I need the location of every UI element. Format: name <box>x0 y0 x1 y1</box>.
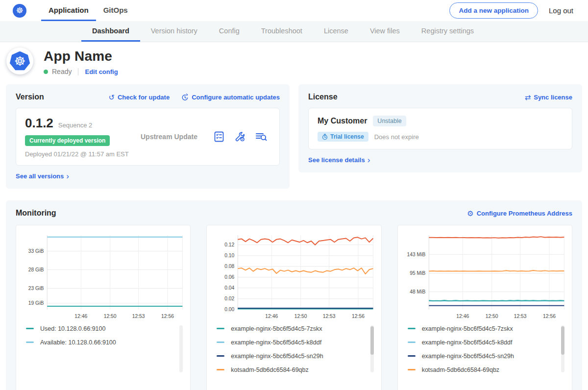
legend-scrollbar-track <box>179 325 183 372</box>
chevron-right-icon: › <box>368 156 370 164</box>
tab-view-files[interactable]: View files <box>359 21 411 42</box>
legend-swatch-icon <box>26 328 34 329</box>
app-brand[interactable]: ☸ <box>13 0 26 21</box>
license-card-title: License <box>308 93 338 101</box>
svg-text:0.06: 0.06 <box>225 274 235 280</box>
topnav-tab-application[interactable]: Application <box>41 0 96 21</box>
svg-text:12:56: 12:56 <box>543 314 556 319</box>
disk-usage-legend: Used: 10.128.0.66:9100Available: 10.128.… <box>26 325 184 383</box>
version-source-label: Upstream Update <box>138 133 213 141</box>
version-number: 0.1.2 <box>25 116 53 131</box>
logout-button[interactable]: Log out <box>549 6 573 15</box>
legend-item: Available: 10.128.0.66:9100 <box>26 339 174 346</box>
tab-troubleshoot[interactable]: Troubleshoot <box>250 21 313 42</box>
memory-usage-card: 143 MiB95 MiB48 MiB12:4612:5012:5312:56 … <box>397 225 572 390</box>
svg-text:143 MiB: 143 MiB <box>407 252 425 257</box>
legend-item: kotsadm-5db6dc6584-69qbz <box>408 366 556 373</box>
kubernetes-heptagon-icon: ☸ <box>10 51 30 71</box>
topnav-spacer <box>135 0 450 21</box>
legend-swatch-icon <box>408 328 416 329</box>
legend-label: Used: 10.128.0.66:9100 <box>40 325 105 332</box>
license-card: License ⇄ Sync license My Customer Unsta… <box>298 84 582 172</box>
svg-text:12:53: 12:53 <box>323 314 336 319</box>
clock-refresh-icon <box>181 94 189 101</box>
chevron-right-icon: › <box>66 172 69 180</box>
legend-label: kotsadm-5db6dc6584-69qbz <box>231 366 308 373</box>
tab-license[interactable]: License <box>313 21 359 42</box>
legend-swatch-icon <box>217 355 224 357</box>
svg-text:0.12: 0.12 <box>225 242 235 247</box>
memory-usage-legend: example-nginx-5bc6f5d4c5-7zskxexample-ng… <box>408 325 566 383</box>
legend-item: example-nginx-5bc6f5d4c5-7zskx <box>217 325 365 332</box>
add-application-button[interactable]: Add a new application <box>449 2 538 19</box>
sync-icon: ⇄ <box>525 94 531 101</box>
legend-label: kotsadm-5db6dc6584-69qbz <box>422 366 499 373</box>
legend-item: example-nginx-5bc6f5d4c5-7zskx <box>408 325 556 332</box>
svg-text:0.00: 0.00 <box>225 307 235 313</box>
legend-item: example-nginx-5bc6f5d4c5-k8ddf <box>217 339 365 346</box>
svg-text:28 GiB: 28 GiB <box>28 267 44 272</box>
edit-config-values-icon[interactable] <box>234 131 246 143</box>
cpu-usage-chart: 0.000.020.040.060.080.100.1212:4612:5012… <box>212 231 376 321</box>
tab-config[interactable]: Config <box>208 21 250 42</box>
trial-license-badge: Trial license <box>318 132 368 142</box>
svg-text:12:50: 12:50 <box>485 314 498 319</box>
svg-text:48 MiB: 48 MiB <box>410 289 425 294</box>
refresh-icon: ↺ <box>108 94 115 101</box>
legend-label: example-nginx-5bc6f5d4c5-7zskx <box>422 325 513 332</box>
svg-text:0.10: 0.10 <box>225 253 235 258</box>
deploy-logs-icon[interactable] <box>255 131 268 143</box>
disk-usage-chart: 33 GiB28 GiB23 GiB19 GiB12:4612:5012:531… <box>21 231 185 321</box>
top-nav: ☸ Application GitOps Add a new applicati… <box>0 0 588 21</box>
preflight-checks-icon[interactable] <box>213 131 225 143</box>
see-license-details-link[interactable]: See license details › <box>308 156 572 164</box>
see-all-versions-link[interactable]: See all versions › <box>16 172 280 180</box>
license-expiry: Does not expire <box>374 133 419 141</box>
legend-label: example-nginx-5bc6f5d4c5-7zskx <box>231 325 322 332</box>
check-for-update-link[interactable]: ↺ Check for update <box>108 94 170 101</box>
legend-scrollbar-thumb[interactable] <box>370 326 374 355</box>
current-version-box: 0.1.2 Sequence 2 Currently deployed vers… <box>16 108 280 166</box>
svg-text:12:56: 12:56 <box>161 314 174 319</box>
topnav-tab-gitops[interactable]: GitOps <box>96 0 135 21</box>
monitoring-title: Monitoring <box>16 209 56 218</box>
legend-label: example-nginx-5bc6f5d4c5-sn29h <box>231 353 323 360</box>
legend-item: example-nginx-5bc6f5d4c5-sn29h <box>217 353 365 360</box>
legend-label: Available: 10.128.0.66:9100 <box>40 339 116 346</box>
svg-text:12:50: 12:50 <box>294 314 307 319</box>
legend-item: Used: 10.128.0.66:9100 <box>26 325 174 332</box>
deployed-date: Deployed 01/21/22 @ 11:57 am EST <box>25 150 138 158</box>
app-sub-nav: Dashboard Version history Config Trouble… <box>0 21 588 42</box>
legend-swatch-icon <box>408 355 416 357</box>
legend-item: kotsadm-5db6dc6584-69qbz <box>217 366 365 373</box>
deployed-version-badge: Currently deployed version <box>25 135 110 146</box>
status-badge: Ready <box>52 68 72 75</box>
svg-text:12:53: 12:53 <box>514 314 526 319</box>
svg-text:33 GiB: 33 GiB <box>28 248 44 254</box>
tab-version-history[interactable]: Version history <box>140 21 208 42</box>
sync-license-link[interactable]: ⇄ Sync license <box>525 94 572 101</box>
legend-swatch-icon <box>408 341 416 343</box>
app-logo: ☸ <box>6 48 33 74</box>
configure-automatic-updates-link[interactable]: Configure automatic updates <box>181 94 280 101</box>
svg-text:0.08: 0.08 <box>225 264 235 269</box>
tab-dashboard[interactable]: Dashboard <box>81 21 140 42</box>
svg-text:12:46: 12:46 <box>456 314 469 319</box>
svg-text:0.02: 0.02 <box>225 296 235 302</box>
status-dot-icon <box>44 70 48 74</box>
svg-text:23 GiB: 23 GiB <box>28 286 44 291</box>
edit-config-link[interactable]: Edit config <box>85 68 118 75</box>
page-title: App Name <box>44 49 118 64</box>
svg-text:12:46: 12:46 <box>74 314 87 319</box>
divider <box>78 68 78 75</box>
legend-scrollbar-thumb[interactable] <box>561 326 564 355</box>
channel-badge: Unstable <box>373 116 406 126</box>
configure-prometheus-link[interactable]: ⚙ Configure Prometheus Address <box>467 210 572 217</box>
legend-swatch-icon <box>26 341 34 343</box>
svg-text:12:56: 12:56 <box>352 314 365 319</box>
disk-usage-card: 33 GiB28 GiB23 GiB19 GiB12:4612:5012:531… <box>16 225 191 390</box>
version-card: Version ↺ Check for update Configure aut… <box>6 84 290 189</box>
cpu-usage-legend: example-nginx-5bc6f5d4c5-7zskxexample-ng… <box>217 325 375 383</box>
svg-text:12:46: 12:46 <box>266 314 278 319</box>
tab-registry-settings[interactable]: Registry settings <box>411 21 485 42</box>
